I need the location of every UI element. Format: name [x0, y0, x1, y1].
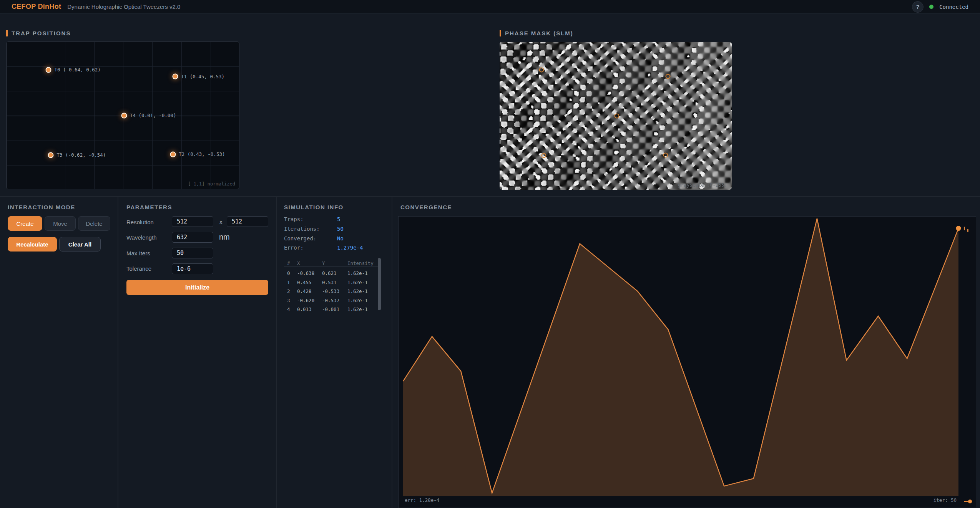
- table-cell: -0.001: [322, 306, 347, 312]
- slm-trap-marker-t4: [615, 113, 620, 118]
- slm-panel-title-text: PHASE MASK (SLM): [505, 30, 573, 36]
- trap-plot-footer: [-1,1] normalized: [188, 181, 235, 187]
- max-iters-label: Max Iters: [126, 250, 150, 256]
- stat-value: 5: [337, 216, 340, 222]
- clear-all-button[interactable]: Clear All: [59, 237, 101, 252]
- stat-label: Error:: [284, 245, 337, 251]
- trap-label-t1: T1 (0.45, 0.53): [181, 74, 224, 79]
- table-cell: 1.62e-1: [347, 270, 378, 276]
- table-cell: -0.537: [322, 298, 347, 303]
- table-cell: -0.638: [297, 270, 322, 276]
- wavelength-label: Wavelength: [126, 234, 157, 241]
- resolution-label: Resolution: [126, 219, 154, 225]
- status-dot-icon: [929, 5, 933, 9]
- tolerance-input[interactable]: [172, 263, 213, 274]
- convergence-iter-label: iter: 50: [933, 497, 957, 503]
- chart-area-fill: [403, 218, 958, 496]
- slm-panel-title: PHASE MASK (SLM): [500, 30, 573, 36]
- horizontal-divider: [0, 196, 980, 197]
- table-cell: 1: [284, 280, 297, 285]
- slm-trap-marker-t1: [665, 74, 670, 79]
- table-cell: 0.013: [297, 306, 322, 312]
- stat-iterations: Iterations:50: [284, 226, 344, 232]
- chart-end-tick: [967, 229, 968, 232]
- status-label: Connected: [939, 4, 968, 10]
- slm-trap-marker-t0: [539, 68, 544, 73]
- phase-mask-display: grayscale [0-255]: [500, 42, 732, 190]
- simulation-info-title: SIMULATION INFO: [284, 204, 344, 210]
- table-cell: 1.62e-1: [347, 306, 378, 312]
- legend-dot-icon: [968, 500, 972, 503]
- trap-label-t3: T3 (-0.62, -0.54): [56, 152, 106, 158]
- resolution-height-input[interactable]: [227, 216, 268, 227]
- stat-value: 50: [337, 226, 344, 232]
- trap-panel-title: TRAP POSITIONS: [6, 30, 71, 36]
- help-button[interactable]: ?: [912, 1, 924, 13]
- table-header-cell: X: [297, 260, 322, 266]
- vertical-divider: [118, 197, 118, 508]
- table-cell: 3: [284, 298, 297, 303]
- table-scrollbar[interactable]: [378, 258, 381, 310]
- chart-end-tick: [964, 227, 965, 230]
- stat-label: Iterations:: [284, 226, 337, 232]
- app-header: CEFOP DinHot Dynamic Holographic Optical…: [0, 0, 980, 14]
- app-brand: CEFOP DinHot: [12, 3, 61, 11]
- table-row: 10.4550.5311.62e-1: [284, 278, 381, 287]
- convergence-error-label: err: 1.28e-4: [405, 497, 439, 503]
- chart-final-point: [956, 226, 961, 231]
- interaction-mode-title: INTERACTION MODE: [8, 204, 75, 210]
- title-accent-bar: [6, 30, 8, 36]
- trap-label-t0: T0 (-0.64, 0.62): [54, 67, 100, 73]
- wavelength-input[interactable]: [172, 232, 213, 243]
- table-cell: 2: [284, 288, 297, 294]
- trap-plot[interactable]: [-1,1] normalized T0 (-0.64, 0.62)T1 (0.…: [6, 41, 239, 189]
- table-cell: 4: [284, 306, 297, 312]
- table-row: 3-0.620-0.5371.62e-1: [284, 296, 381, 305]
- recalculate-button[interactable]: Recalculate: [8, 237, 57, 252]
- slm-trap-marker-t3: [541, 153, 546, 158]
- convergence-chart: err: 1.28e-4 iter: 50: [398, 216, 976, 508]
- table-cell: 0: [284, 270, 297, 276]
- trap-table: #XYIntensity0-0.6380.6211.62e-110.4550.5…: [284, 260, 381, 314]
- vertical-divider: [276, 197, 277, 508]
- stat-value: 1.279e-4: [337, 245, 363, 251]
- app-subtitle: Dynamic Holographic Optical Tweezers v2.…: [67, 3, 180, 10]
- table-cell: 1.62e-1: [347, 298, 378, 303]
- table-cell: 1.62e-1: [347, 288, 378, 294]
- table-row: 0-0.6380.6211.62e-1: [284, 269, 381, 278]
- trap-dot-t0[interactable]: T0 (-0.64, 0.62): [45, 67, 51, 73]
- max-iters-input[interactable]: [172, 248, 213, 258]
- convergence-plot-svg: [399, 217, 976, 508]
- slm-footer: grayscale [0-255]: [678, 182, 727, 188]
- wavelength-unit: nm: [219, 233, 230, 242]
- trap-dot-t3[interactable]: T3 (-0.62, -0.54): [48, 152, 53, 158]
- table-cell: 0.428: [297, 288, 322, 294]
- action-button-row: Recalculate Clear All: [8, 237, 101, 252]
- stat-traps: Traps:5: [284, 216, 340, 222]
- resolution-separator: x: [219, 218, 223, 225]
- table-row: 20.428-0.5331.62e-1: [284, 287, 381, 296]
- table-header-row: #XYIntensity: [284, 260, 381, 267]
- table-cell: -0.533: [322, 288, 347, 294]
- slm-trap-marker-t2: [663, 152, 668, 157]
- trap-dot-t4[interactable]: T4 (0.01, -0.00): [121, 113, 127, 118]
- table-cell: 0.531: [322, 280, 347, 285]
- table-header-cell: Intensity: [347, 260, 378, 266]
- table-cell: 0.455: [297, 280, 322, 285]
- trap-dot-t1[interactable]: T1 (0.45, 0.53): [172, 74, 178, 79]
- parameters-title: PARAMETERS: [126, 204, 172, 210]
- mode-move-button[interactable]: Move: [45, 216, 76, 231]
- mode-delete-button[interactable]: Delete: [78, 216, 110, 231]
- table-header-cell: #: [284, 260, 297, 266]
- trap-label-t2: T2 (0.43, -0.53): [179, 151, 225, 157]
- stat-value: No: [337, 235, 344, 242]
- resolution-width-input[interactable]: [172, 216, 213, 227]
- title-accent-bar: [500, 30, 501, 36]
- initialize-button[interactable]: Initialize: [126, 280, 268, 295]
- trap-dot-t2[interactable]: T2 (0.43, -0.53): [170, 151, 176, 157]
- table-cell: 0.621: [322, 270, 347, 276]
- table-row: 40.013-0.0011.62e-1: [284, 305, 381, 314]
- convergence-legend-marker: [964, 500, 972, 503]
- stat-error: Error:1.279e-4: [284, 245, 363, 251]
- mode-create-button[interactable]: Create: [8, 216, 42, 231]
